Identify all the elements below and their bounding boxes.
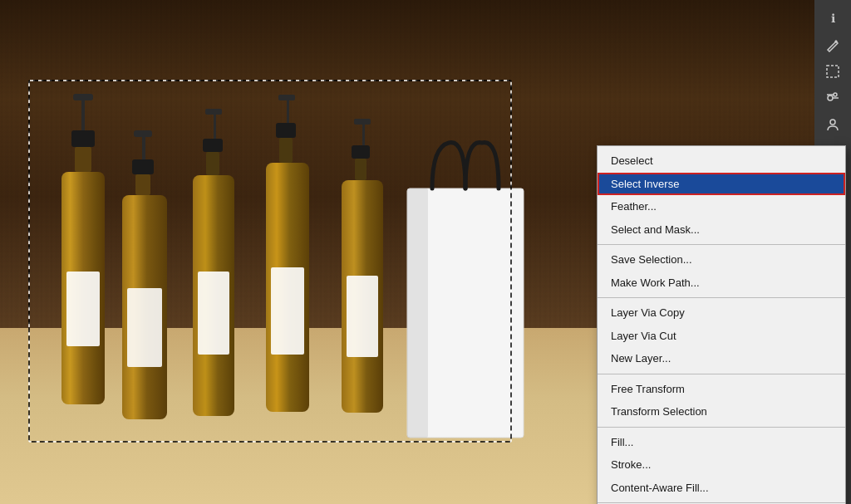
menu-item-feather[interactable]: Feather... bbox=[598, 195, 845, 218]
menu-item-free-transform[interactable]: Free Transform bbox=[598, 378, 845, 401]
svg-rect-7 bbox=[134, 130, 152, 137]
svg-rect-2 bbox=[71, 130, 95, 147]
selection-tool-icon[interactable] bbox=[819, 60, 846, 83]
context-menu: DeselectSelect InverseFeather...Select a… bbox=[597, 145, 846, 504]
svg-point-39 bbox=[830, 120, 835, 125]
menu-separator bbox=[598, 427, 845, 428]
menu-item-select-inverse[interactable]: Select Inverse bbox=[598, 173, 845, 196]
info-icon[interactable]: ℹ bbox=[819, 7, 846, 30]
svg-rect-20 bbox=[276, 123, 296, 138]
menu-separator bbox=[598, 297, 845, 298]
svg-rect-34 bbox=[827, 66, 839, 77]
menu-separator bbox=[598, 244, 845, 245]
svg-rect-9 bbox=[135, 174, 150, 195]
svg-rect-5 bbox=[66, 272, 100, 346]
menu-item-content-aware-fill[interactable]: Content-Aware Fill... bbox=[598, 477, 845, 500]
svg-rect-17 bbox=[198, 272, 229, 355]
menu-item-transform-selection[interactable]: Transform Selection bbox=[598, 400, 845, 423]
svg-rect-19 bbox=[278, 95, 295, 100]
svg-rect-29 bbox=[347, 276, 378, 357]
menu-item-layer-via-cut[interactable]: Layer Via Cut bbox=[598, 325, 845, 348]
svg-rect-21 bbox=[279, 138, 293, 163]
svg-rect-0 bbox=[81, 97, 85, 130]
svg-rect-15 bbox=[206, 152, 219, 175]
svg-rect-11 bbox=[127, 288, 162, 367]
svg-rect-1 bbox=[73, 94, 93, 100]
bottles-illustration bbox=[25, 72, 573, 454]
person-icon[interactable] bbox=[819, 113, 846, 136]
svg-rect-26 bbox=[352, 145, 370, 159]
svg-point-36 bbox=[834, 93, 837, 96]
svg-rect-27 bbox=[355, 159, 366, 180]
menu-item-deselect[interactable]: Deselect bbox=[598, 149, 845, 173]
svg-rect-3 bbox=[75, 147, 91, 172]
svg-rect-14 bbox=[203, 139, 223, 152]
menu-item-make-work-path[interactable]: Make Work Path... bbox=[598, 272, 845, 295]
menu-item-stroke[interactable]: Stroke... bbox=[598, 453, 845, 477]
menu-item-layer-via-copy[interactable]: Layer Via Copy bbox=[598, 301, 845, 325]
svg-rect-8 bbox=[132, 159, 154, 174]
menu-item-save-selection[interactable]: Save Selection... bbox=[598, 248, 845, 272]
menu-separator bbox=[598, 502, 845, 503]
menu-separator bbox=[598, 374, 845, 374]
menu-item-select-and-mask[interactable]: Select and Mask... bbox=[598, 218, 845, 242]
svg-rect-25 bbox=[354, 119, 371, 125]
menu-item-fill[interactable]: Fill... bbox=[598, 431, 845, 454]
svg-rect-6 bbox=[142, 135, 145, 164]
svg-rect-31 bbox=[407, 188, 428, 438]
filter-icon[interactable] bbox=[819, 86, 846, 110]
menu-item-new-layer[interactable]: New Layer... bbox=[598, 347, 845, 370]
svg-rect-13 bbox=[205, 109, 222, 115]
svg-rect-23 bbox=[271, 267, 304, 355]
svg-point-35 bbox=[828, 95, 833, 100]
brush-icon[interactable] bbox=[819, 33, 846, 56]
